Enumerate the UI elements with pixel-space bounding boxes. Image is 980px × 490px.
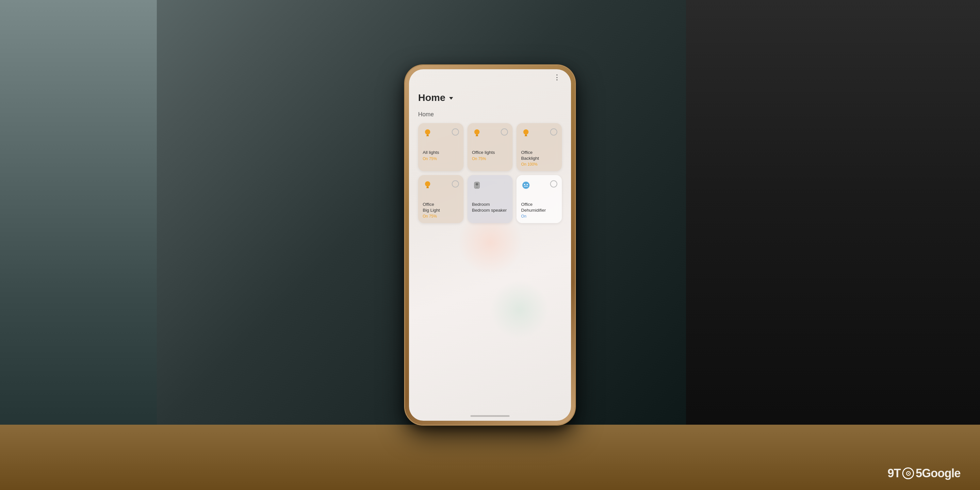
svg-rect-2 bbox=[426, 135, 429, 136]
page-title[interactable]: Home bbox=[418, 92, 453, 103]
title-text: Home bbox=[418, 92, 445, 103]
device-status-all-lights: On 75% bbox=[423, 156, 459, 161]
device-status-office-lights: On 75% bbox=[472, 156, 508, 161]
app-content: Home Home bbox=[409, 86, 571, 408]
bulb-icon bbox=[521, 128, 531, 140]
watermark-prefix: 9T bbox=[888, 466, 900, 480]
toggle-all-lights[interactable] bbox=[452, 128, 459, 135]
card-top bbox=[521, 180, 557, 192]
device-name-all-lights: All lights bbox=[423, 150, 459, 156]
device-card-office-lights[interactable]: Office lights On 75% bbox=[468, 123, 513, 171]
device-card-office-backlight[interactable]: Office Backlight On 100% bbox=[517, 123, 562, 171]
svg-rect-4 bbox=[476, 135, 478, 135]
bulb-icon bbox=[423, 180, 433, 192]
bulb-icon bbox=[472, 128, 482, 140]
status-bar: ⋮ bbox=[409, 69, 571, 86]
svg-point-3 bbox=[474, 129, 480, 135]
phone-wrapper: ⋮ Home Home bbox=[405, 65, 575, 425]
device-card-bedroom-speaker[interactable]: Bedroom Bedroom speaker bbox=[468, 175, 513, 223]
svg-rect-11 bbox=[426, 188, 429, 188]
toggle-office-big-light[interactable] bbox=[452, 180, 459, 188]
device-name-office-lights: Office lights bbox=[472, 150, 508, 156]
device-card-office-big-light[interactable]: Office Big Light On 75% bbox=[418, 175, 463, 223]
device-name-office-dehumidifier: Office Dehumidifier bbox=[521, 202, 557, 213]
svg-rect-5 bbox=[476, 135, 478, 136]
toggle-office-dehumidifier[interactable] bbox=[550, 180, 557, 188]
device-name-office-big-light: Office Big Light bbox=[423, 202, 459, 213]
chevron-down-icon bbox=[449, 97, 453, 100]
bg-right bbox=[686, 0, 980, 490]
svg-point-17 bbox=[524, 184, 525, 185]
watermark-g-icon: ⊙ bbox=[902, 468, 914, 479]
svg-point-18 bbox=[527, 184, 528, 185]
phone-frame: ⋮ Home Home bbox=[405, 65, 575, 425]
bg-wood bbox=[0, 425, 980, 490]
device-card-office-dehumidifier[interactable]: Office Dehumidifier On bbox=[517, 175, 562, 223]
device-status-office-big-light: On 75% bbox=[423, 214, 459, 218]
watermark-suffix: 5Google bbox=[916, 466, 960, 480]
device-grid: All lights On 75% bbox=[418, 123, 562, 223]
svg-rect-1 bbox=[426, 135, 429, 135]
svg-rect-7 bbox=[525, 135, 527, 135]
device-card-all-lights[interactable]: All lights On 75% bbox=[418, 123, 463, 171]
speaker-icon bbox=[472, 180, 482, 192]
svg-point-16 bbox=[522, 181, 530, 189]
section-label: Home bbox=[418, 111, 562, 118]
watermark: 9T ⊙ 5Google bbox=[888, 466, 960, 480]
device-status-office-backlight: On 100% bbox=[521, 162, 557, 167]
toggle-office-backlight[interactable] bbox=[550, 128, 557, 135]
svg-point-9 bbox=[425, 181, 430, 186]
svg-rect-8 bbox=[525, 135, 527, 136]
device-name-office-backlight: Office Backlight bbox=[521, 150, 557, 161]
toggle-office-lights[interactable] bbox=[501, 128, 508, 135]
card-top bbox=[423, 180, 459, 192]
svg-point-14 bbox=[476, 184, 477, 185]
phone-screen: ⋮ Home Home bbox=[409, 69, 571, 421]
bg-left bbox=[0, 0, 157, 490]
device-status-office-dehumidifier: On bbox=[521, 214, 557, 218]
bulb-icon bbox=[423, 128, 433, 140]
card-top bbox=[423, 128, 459, 140]
card-top bbox=[521, 128, 557, 140]
app-header: Home bbox=[418, 92, 562, 103]
card-top bbox=[472, 128, 508, 140]
card-top bbox=[472, 180, 508, 192]
svg-rect-15 bbox=[476, 187, 478, 188]
dehumidifier-icon bbox=[521, 180, 531, 192]
svg-point-0 bbox=[425, 129, 430, 135]
more-menu-button[interactable]: ⋮ bbox=[554, 73, 561, 82]
device-name-bedroom-speaker: Bedroom Bedroom speaker bbox=[472, 202, 508, 213]
svg-rect-10 bbox=[426, 186, 429, 188]
svg-point-6 bbox=[523, 129, 528, 135]
home-indicator bbox=[470, 415, 510, 417]
